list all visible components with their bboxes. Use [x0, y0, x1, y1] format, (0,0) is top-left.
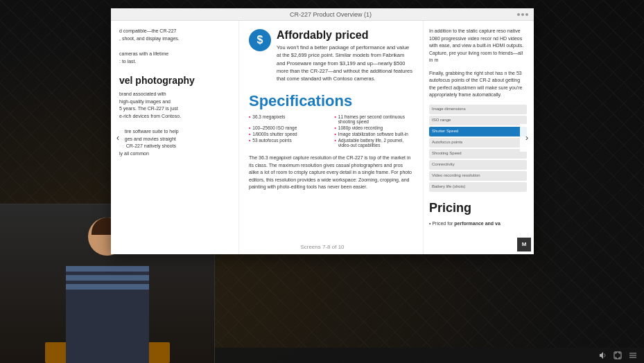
svg-rect-2: [629, 355, 636, 356]
presenter-torso: [66, 266, 149, 363]
spec-item-1: • 36.3 megapixels: [249, 114, 328, 124]
menu-icon[interactable]: [627, 350, 638, 361]
slide-title: CR-227 Product Overview (1): [144, 11, 517, 18]
right-sidebar-menu: Image dimensions ISO range Shutter Speed…: [429, 105, 527, 192]
spec-item-8: • Adjustable battery life, 2 poumel, vid…: [335, 138, 414, 148]
slide-left-panel: d compatible—the CR-227 , shoot, and dis…: [111, 21, 239, 254]
specifications-section: Specifications • 36.3 megapixels • 11 fr…: [249, 92, 413, 148]
slide-counter: Screens 7-8 of 10: [297, 244, 347, 250]
slide-logo: M: [517, 238, 531, 251]
shirt-stripe-2: [66, 275, 149, 281]
slide-container: CR-227 Product Overview (1) ‹ d compatib…: [111, 8, 534, 254]
pricing-section: Pricing • Priced for performance and va: [429, 199, 527, 228]
menu-item-iso[interactable]: ISO range: [429, 116, 527, 125]
next-arrow[interactable]: ›: [520, 124, 534, 152]
left-text-block-3: entire software suite to help nages and …: [119, 128, 230, 157]
prev-arrow[interactable]: ‹: [111, 124, 125, 152]
svg-rect-1: [629, 353, 636, 354]
shirt-stripe-3: [66, 284, 149, 290]
spec-item-7: • 53 autofocus points: [249, 138, 328, 148]
dollar-icon: $: [249, 29, 271, 51]
slide-body: ‹ d compatible—the CR-227 , shoot, and d…: [111, 21, 534, 254]
spec-item-6: • Image stabilization software built-in: [335, 132, 414, 136]
slide-dots: [517, 13, 528, 16]
dot-3: [525, 13, 528, 16]
svg-rect-3: [629, 357, 636, 358]
menu-item-video[interactable]: Video recording resolution: [429, 171, 527, 181]
spec-item-3: • 100–25600 ISO range: [249, 125, 328, 130]
spec-grid: • 36.3 megapixels • 11 frames per second…: [249, 114, 413, 148]
menu-item-battery[interactable]: Battery life (shots): [429, 182, 527, 192]
menu-item-shutter[interactable]: Shutter Speed: [429, 127, 527, 136]
affordably-text: Affordably priced You won't find a bette…: [277, 29, 413, 82]
slide-center-panel: $ Affordably priced You won't find a bet…: [239, 21, 423, 254]
menu-item-image-dimensions[interactable]: Image dimensions: [429, 105, 527, 114]
spec-item-4: • 1080p video recording: [335, 125, 414, 130]
left-text-block-2: vel photography brand associated with hi…: [119, 73, 230, 120]
volume-icon[interactable]: [597, 350, 608, 361]
shirt-stripe: [66, 266, 149, 272]
controls-bar: [215, 348, 644, 363]
slide-right-panel: In addition to the static capture reso n…: [423, 21, 534, 254]
affordably-section: $ Affordably priced You won't find a bet…: [249, 29, 413, 82]
spec-item-2: • 11 frames per second continuous shooti…: [335, 114, 414, 124]
spec-item-5: • 1/8000s shutter speed: [249, 132, 328, 136]
resolution-section: The 36.3 megapixel capture resolution of…: [249, 154, 413, 191]
dot-1: [517, 13, 520, 16]
menu-item-autofocus[interactable]: Autofocus points: [429, 138, 527, 148]
left-text-block-1: d compatible—the CR-227 , shoot, and dis…: [119, 28, 230, 65]
slide-topbar: CR-227 Product Overview (1): [111, 8, 534, 21]
dot-2: [521, 13, 524, 16]
menu-item-connectivity[interactable]: Connectivity: [429, 160, 527, 170]
fullscreen-icon[interactable]: [612, 350, 623, 361]
menu-item-shooting-speed[interactable]: Shooting Speed: [429, 149, 527, 159]
